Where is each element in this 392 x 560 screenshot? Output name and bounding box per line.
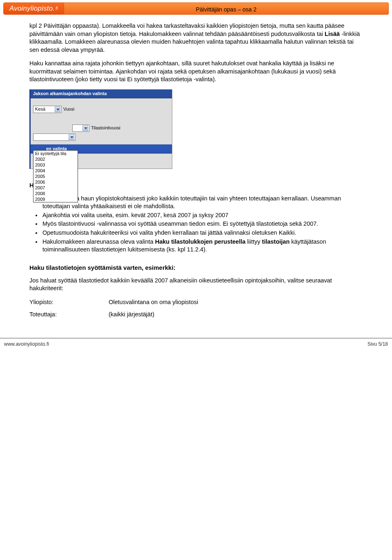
stat-year-dropdown[interactable]: Ei syötettyjä tila 2002 2003 2004 2005 2… (33, 150, 78, 202)
content-area: kpl 2 Päivittäjän oppaasta). Lomakkeella… (29, 22, 363, 318)
criteria-label: Toteuttaja: (29, 311, 109, 319)
list-item: Ajankohtia voi valita useita, esim. kevä… (42, 211, 363, 220)
list-item: Opetusmuodoista hakukriteeriksi voi vali… (42, 229, 363, 237)
list-item: Myös tilastointivuosi -valinnassa voi sy… (42, 220, 363, 228)
footer-page: Sivu 5/18 (368, 341, 388, 347)
dropdown-option[interactable]: 2006 (33, 179, 78, 185)
list-item: Voit kohdistaa haun yliopistokohtaisesti… (42, 195, 363, 211)
criteria-row-toteuttaja: Toteuttaja: (kaikki järjestäjät) (29, 311, 363, 319)
brand-logo: Avoinyliopisto.fi (3, 2, 64, 15)
ss-section-1: Kesä Vuosi (31, 98, 172, 120)
example-intro: Jos haluat syöttää tilastotiedot kaikkii… (29, 277, 363, 293)
paragraph-1: kpl 2 Päivittäjän oppaasta). Lomakkeella… (29, 22, 363, 54)
criteria-value: Oletusvalintana on oma yliopistosi (109, 298, 198, 307)
paragraph-2: Haku kannattaa aina rajata johonkin tiet… (29, 60, 363, 84)
dropdown-option[interactable]: Ei syötettyjä tila (33, 151, 78, 156)
stat-year-select[interactable] (33, 133, 76, 141)
season-select[interactable]: Kesä (33, 106, 62, 113)
example-heading: Haku tilastotietojen syöttämistä varten,… (29, 264, 363, 272)
header: Avoinyliopisto.fi Päivittäjän opas – osa… (3, 2, 389, 15)
criteria-row-yliopisto: Yliopisto: Oletusvalintana on oma yliopi… (29, 298, 363, 307)
chevron-down-icon (69, 134, 74, 140)
page-title-bar: Päivittäjän opas – osa 2 (64, 2, 389, 15)
footer-url: www.avoinyliopisto.fi (4, 341, 49, 347)
dropdown-option[interactable]: 2002 (33, 156, 78, 162)
chevron-down-icon (82, 125, 88, 131)
dropdown-option[interactable]: 2009 (33, 196, 78, 202)
dropdown-option[interactable]: 2005 (33, 173, 78, 179)
doc-title: Päivittäjän opas – osa 2 (196, 6, 257, 13)
brand-sup: fi (56, 6, 58, 11)
criteria-label: Yliopisto: (29, 298, 109, 307)
dropdown-option[interactable]: 2007 (33, 185, 78, 191)
chevron-down-icon (55, 107, 60, 112)
ss-section-header-1: Jakson alkamisajankohdan valinta (31, 89, 172, 98)
form-screenshot: Jakson alkamisajankohdan valinta Kesä Vu… (29, 89, 172, 169)
stat-label: Tilastointivuosi (91, 125, 120, 131)
footer: www.avoinyliopisto.fi Sivu 5/18 (0, 338, 392, 351)
notes-list: Voit kohdistaa haun yliopistokohtaisesti… (42, 195, 363, 254)
season-label: Vuosi (63, 106, 74, 112)
dropdown-option[interactable]: 2008 (33, 191, 78, 196)
huomattavaa-heading: Huomattavaa (29, 181, 363, 189)
list-item: Hakulomakkeen alareunassa oleva valinta … (42, 238, 363, 254)
dropdown-option[interactable]: 2004 (33, 168, 78, 173)
stat-year-select-arrow[interactable] (72, 124, 89, 132)
brand-text: Avoinyliopisto. (9, 4, 55, 13)
dropdown-option[interactable]: 2003 (33, 162, 78, 168)
criteria-value: (kaikki järjestäjät) (109, 311, 154, 319)
